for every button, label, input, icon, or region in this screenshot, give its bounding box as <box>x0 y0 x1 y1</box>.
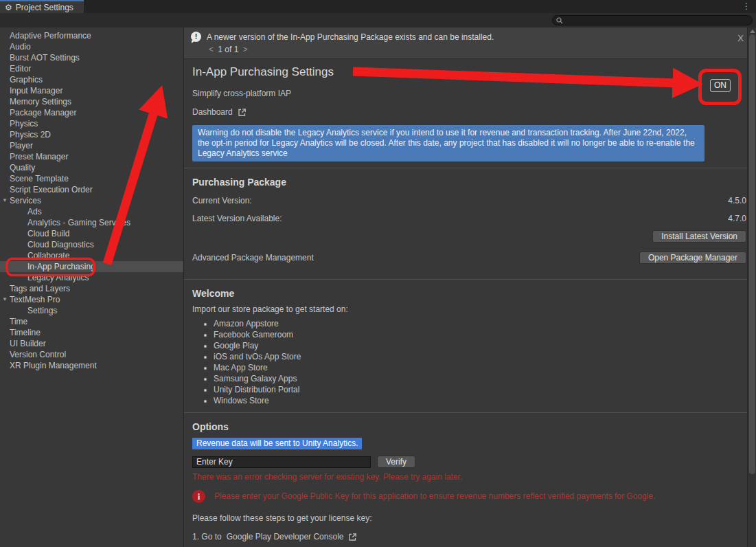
tab-label: Project Settings <box>16 3 73 12</box>
scroll-up-arrow-icon[interactable] <box>750 30 755 33</box>
settings-content: In-App Purchasing Settings Simplify cros… <box>184 59 756 547</box>
section-divider <box>184 279 756 280</box>
sidebar-item-collaborate[interactable]: Collaborate <box>0 250 183 261</box>
notification-pager: < 1 of 1 > <box>207 45 749 54</box>
sidebar-item-package-manager[interactable]: Package Manager <box>0 107 183 118</box>
sidebar-item-adaptive-performance[interactable]: Adaptive Performance <box>0 30 183 41</box>
legacy-analytics-warning: Warning do not disable the Legacy Analyt… <box>192 125 705 161</box>
settings-sidebar: Adaptive Performance Audio Burst AOT Set… <box>0 27 183 547</box>
sidebar-item-input-manager[interactable]: Input Manager <box>0 85 183 96</box>
toolbar <box>0 13 756 27</box>
sidebar-item-preset-manager[interactable]: Preset Manager <box>0 151 183 162</box>
tab-project-settings[interactable]: ⚙ Project Settings <box>0 0 84 13</box>
advanced-package-management-label: Advanced Package Management <box>192 253 314 263</box>
scrollbar-thumb[interactable] <box>749 34 755 474</box>
latest-version-value: 4.7.0 <box>728 214 746 223</box>
purchasing-package-heading: Purchasing Package <box>192 177 746 188</box>
install-latest-version-button[interactable]: Install Latest Version <box>652 230 746 243</box>
sidebar-item-quality[interactable]: Quality <box>0 162 183 173</box>
sidebar-item-memory-settings[interactable]: Memory Settings <box>0 96 183 107</box>
pager-prev-button[interactable]: < <box>207 45 216 54</box>
external-link-icon <box>348 533 357 542</box>
current-version-value: 4.5.0 <box>728 196 746 205</box>
external-link-icon <box>238 108 247 117</box>
latest-version-label: Latest Version Available: <box>192 214 282 223</box>
sidebar-item-burst-aot-settings[interactable]: Burst AOT Settings <box>0 52 183 63</box>
section-divider <box>184 168 756 168</box>
sidebar-item-cloud-diagnostics[interactable]: Cloud Diagnostics <box>0 239 183 250</box>
sidebar-item-graphics[interactable]: Graphics <box>0 74 183 85</box>
step1-prefix: 1. Go to <box>192 532 222 542</box>
dashboard-link-label: Dashboard <box>192 107 233 117</box>
main-panel: ! A newer version of the In-App Purchasi… <box>183 27 756 547</box>
alert-bubble-icon: ! <box>191 32 201 42</box>
verify-button[interactable]: Verify <box>377 456 415 468</box>
sidebar-item-scene-template[interactable]: Scene Template <box>0 173 183 184</box>
sidebar-item-physics-2d[interactable]: Physics 2D <box>0 129 183 140</box>
sidebar-item-script-execution-order[interactable]: Script Execution Order <box>0 184 183 195</box>
store-list-item: Google Play <box>214 340 746 351</box>
sidebar-item-in-app-purchasing[interactable]: In-App Purchasing <box>0 261 183 272</box>
update-notification-banner: ! A newer version of the In-App Purchasi… <box>184 27 756 59</box>
page-subtitle: Simplify cross-platform IAP <box>192 89 746 98</box>
dashboard-link[interactable]: Dashboard <box>192 107 247 117</box>
sidebar-item-textmeshpro-settings[interactable]: Settings <box>0 305 183 316</box>
current-version-label: Current Version: <box>192 196 252 205</box>
store-list-item: Unity Distribution Portal <box>214 384 746 395</box>
store-list-item: Amazon Appstore <box>214 318 746 329</box>
sidebar-item-textmesh-pro[interactable]: ▼TextMesh Pro <box>0 294 183 305</box>
error-info-icon: i <box>192 490 205 503</box>
search-icon <box>556 17 563 24</box>
sidebar-item-ads[interactable]: Ads <box>0 206 183 217</box>
sidebar-item-label: TextMesh Pro <box>10 295 60 304</box>
store-list-item: Mac App Store <box>214 362 746 373</box>
open-package-manager-button[interactable]: Open Package Manager <box>639 252 746 264</box>
kebab-menu-icon[interactable]: ⋮ <box>737 0 756 13</box>
gear-icon: ⚙ <box>5 3 12 12</box>
google-play-console-link[interactable]: Google Play Developer Console <box>227 532 344 542</box>
sidebar-item-time[interactable]: Time <box>0 316 183 327</box>
sidebar-item-editor[interactable]: Editor <box>0 63 183 74</box>
search-box[interactable] <box>552 15 753 25</box>
page-title: In-App Purchasing Settings <box>192 65 746 79</box>
sidebar-item-ui-builder[interactable]: UI Builder <box>0 338 183 349</box>
sidebar-item-player[interactable]: Player <box>0 140 183 151</box>
license-key-input[interactable] <box>192 456 371 468</box>
sidebar-item-timeline[interactable]: Timeline <box>0 327 183 338</box>
chevron-down-icon[interactable]: ▼ <box>1 195 9 206</box>
server-error-text: There was an error checking server for e… <box>192 472 746 482</box>
sidebar-item-physics[interactable]: Physics <box>0 118 183 129</box>
sidebar-item-audio[interactable]: Audio <box>0 41 183 52</box>
title-bar: ⚙ Project Settings ⋮ <box>0 0 756 13</box>
options-heading: Options <box>192 421 746 432</box>
pager-label: 1 of 1 <box>218 45 238 54</box>
project-settings-window: ⚙ Project Settings ⋮ Adaptive Performanc… <box>0 0 756 547</box>
notification-message: A newer version of the In-App Purchasing… <box>207 32 494 42</box>
welcome-intro: Import our store package to get started … <box>192 304 746 314</box>
search-input[interactable] <box>566 16 748 25</box>
vertical-scrollbar[interactable] <box>747 27 756 547</box>
sidebar-item-label: Services <box>10 196 41 205</box>
store-list-item: Samsung Galaxy Apps <box>214 373 746 384</box>
sidebar-item-services[interactable]: ▼Services <box>0 195 183 206</box>
sidebar-item-analytics-gaming-services[interactable]: Analytics - Gaming Services <box>0 217 183 228</box>
license-steps-intro: Please follow these steps to get your li… <box>192 513 746 523</box>
sidebar-item-xr-plugin-management[interactable]: XR Plugin Management <box>0 360 183 371</box>
store-list-item: Windows Store <box>214 395 746 406</box>
store-list-item: iOS and tvOs App Store <box>214 351 746 362</box>
welcome-heading: Welcome <box>192 288 746 299</box>
store-list: Amazon Appstore Facebook Gameroom Google… <box>192 318 746 406</box>
close-icon[interactable]: X <box>735 32 746 45</box>
section-divider <box>184 412 756 413</box>
store-list-item: Facebook Gameroom <box>214 329 746 340</box>
sidebar-item-legacy-analytics[interactable]: Legacy Analytics <box>0 272 183 283</box>
chevron-down-icon[interactable]: ▼ <box>1 294 9 305</box>
pager-next-button[interactable]: > <box>241 45 250 54</box>
sidebar-item-version-control[interactable]: Version Control <box>0 349 183 360</box>
google-key-error-text: Please enter your Google Public Key for … <box>214 491 655 501</box>
sidebar-item-tags-and-layers[interactable]: Tags and Layers <box>0 283 183 294</box>
sidebar-item-cloud-build[interactable]: Cloud Build <box>0 228 183 239</box>
analytics-notice-badge: Revenue data will be sent to Unity Analy… <box>192 438 362 449</box>
